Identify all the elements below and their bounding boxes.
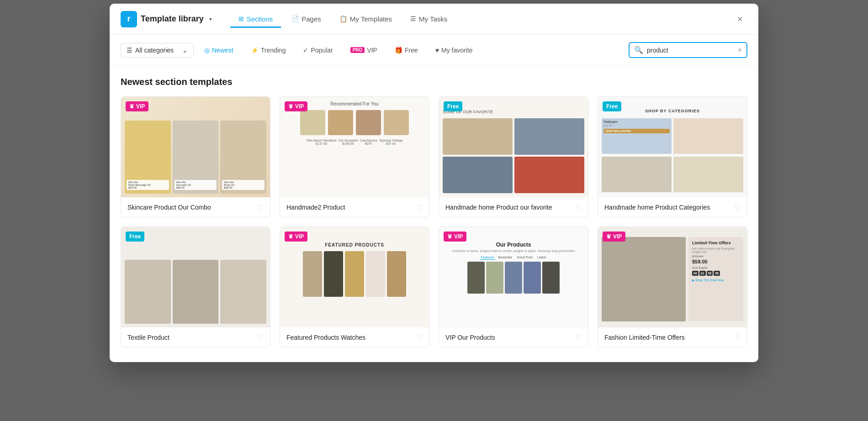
card-title: Textile Product (127, 334, 169, 341)
card-thumbnail: Free (121, 227, 270, 327)
free-badge: Free (444, 101, 462, 111)
template-library-modal: r Template library ▾ ⊞ Sections 📄 Pages … (110, 4, 758, 362)
jewelry-items (285, 110, 424, 135)
vip-badge: ♛ VIP (444, 232, 466, 242)
card-title: Handmade2 Product (286, 204, 345, 211)
card-info: Textile Product ♡ (121, 327, 270, 347)
template-card[interactable]: Free Textile Product ♡ (121, 226, 270, 347)
product-mini-2: Ella OlaAvocado Oil$69.00 (173, 121, 219, 194)
filter-bar: ☰ All categories ⌄ ◎ Newest ⚡ Trending ✓… (110, 35, 758, 66)
brand-dropdown-icon[interactable]: ▾ (209, 16, 212, 22)
modal-overlay: r Template library ▾ ⊞ Sections 📄 Pages … (0, 0, 868, 421)
close-button[interactable]: × (733, 12, 747, 26)
nav-tabs: ⊞ Sections 📄 Pages 📋 My Templates ☰ My T… (230, 11, 733, 27)
card-title: Featured Products Watches (286, 334, 365, 341)
vip-badge: PRO (350, 47, 365, 53)
free-badge: Free (126, 232, 144, 242)
template-card[interactable]: ♛ VIP Ella OlaBody Massage Oil$69.00 Ell… (121, 96, 270, 217)
brand-logo: r Template library ▾ (121, 11, 212, 27)
template-card[interactable]: ♛ VIP FEATURED PRODUCTS Fe (280, 226, 429, 347)
favorite-heart-icon[interactable]: ♡ (575, 333, 582, 342)
card-title: VIP Our Products (445, 334, 495, 341)
search-box: 🔍 × (629, 42, 747, 58)
brand-title: Template library (141, 14, 204, 24)
sections-icon: ⊞ (238, 15, 244, 22)
filter-popular[interactable]: ✓ Popular (296, 43, 339, 58)
template-grid-row2: Free Textile Product ♡ ♛ (121, 226, 747, 347)
template-card[interactable]: ♛ VIP Limited-Time Offers Are sales enti… (598, 226, 747, 347)
card-thumbnail: ♛ VIP Limited-Time Offers Are sales enti… (598, 227, 747, 327)
card-title: Handmade home Product Categories (604, 204, 710, 211)
tab-sections[interactable]: ⊞ Sections (230, 11, 281, 28)
favorite-heart-icon[interactable]: ♡ (416, 333, 423, 342)
crown-icon: ♛ (447, 233, 452, 240)
crown-icon: ♛ (606, 233, 611, 240)
product-mini-1: Ella OlaBody Massage Oil$69.00 (125, 121, 171, 194)
card-thumbnail: ♛ VIP FEATURED PRODUCTS (280, 227, 429, 327)
favorite-heart-icon[interactable]: ♡ (734, 203, 741, 211)
favorite-heart-icon[interactable]: ♡ (257, 333, 264, 342)
template-grid-row1: ♛ VIP Ella OlaBody Massage Oil$69.00 Ell… (121, 96, 747, 217)
card-info: Handmade home Product our favorite ♡ (439, 197, 588, 217)
vip-badge: ♛ VIP (285, 101, 307, 111)
tab-my-tasks[interactable]: ☰ My Tasks (402, 11, 455, 28)
modal-content: Newest section templates ♛ VIP Ella OlaB… (110, 66, 758, 362)
vip-badge: ♛ VIP (126, 101, 148, 111)
filter-free[interactable]: 🎁 Free (388, 43, 425, 58)
modal-header: r Template library ▾ ⊞ Sections 📄 Pages … (110, 4, 758, 35)
template-card[interactable]: ♛ VIP Our Products Collection of items, … (439, 226, 588, 347)
card-info: Fashion Limited-Time Offers ♡ (598, 327, 747, 347)
vip-badge: ♛ VIP (285, 232, 307, 242)
product-mini-3: Ella OlaBody Oil$69.00 (220, 121, 266, 194)
free-icon: 🎁 (395, 47, 402, 54)
search-input[interactable] (647, 47, 734, 54)
newest-icon: ◎ (204, 47, 210, 54)
card-thumbnail: ♛ VIP Recommended For You Infra Beach Ne… (280, 97, 429, 197)
card-thumbnail: Free SHOP BY CATEGORIES Wallpaper $34.00… (598, 97, 747, 197)
template-card[interactable]: Free SHOP BY CATEGORIES Wallpaper $34.00… (598, 96, 747, 217)
popular-icon: ✓ (303, 47, 308, 54)
vip-badge: ♛ VIP (603, 232, 625, 242)
tab-my-templates[interactable]: 📋 My Templates (331, 11, 400, 28)
card-thumbnail: ♛ VIP Ella OlaBody Massage Oil$69.00 Ell… (121, 97, 270, 197)
free-badge: Free (603, 101, 621, 111)
trending-icon: ⚡ (251, 47, 259, 54)
filter-trending[interactable]: ⚡ Trending (244, 43, 293, 58)
favorite-heart-icon[interactable]: ♡ (575, 203, 582, 211)
my-tasks-icon: ☰ (410, 15, 416, 22)
search-icon: 🔍 (634, 46, 643, 54)
template-card[interactable]: ♛ VIP Recommended For You Infra Beach Ne… (280, 96, 429, 217)
crown-icon: ♛ (288, 103, 293, 110)
category-icon: ☰ (127, 47, 132, 54)
my-templates-icon: 📋 (339, 15, 347, 22)
favorite-heart-icon[interactable]: ♡ (734, 333, 741, 342)
favorite-heart-icon[interactable]: ♡ (416, 203, 423, 211)
card-thumbnail: ♛ VIP Our Products Collection of items, … (439, 227, 588, 327)
card-info: Handmade2 Product ♡ (280, 197, 429, 217)
category-arrow-icon: ⌄ (182, 47, 188, 54)
crown-icon: ♛ (129, 103, 134, 110)
tab-pages[interactable]: 📄 Pages (283, 11, 329, 28)
favorite-icon: ♥ (435, 47, 439, 54)
card-title: Fashion Limited-Time Offers (604, 334, 685, 341)
card-info: Featured Products Watches ♡ (280, 327, 429, 347)
filter-my-favorite[interactable]: ♥ My favorite (429, 43, 480, 58)
card-thumbnail: Free SOME OF OUR FAVORITE (439, 97, 588, 197)
section-heading: Newest section templates (121, 77, 747, 87)
filter-newest[interactable]: ◎ Newest (197, 43, 240, 58)
filter-vip[interactable]: PRO VIP (344, 43, 384, 58)
card-title: Handmade home Product our favorite (445, 204, 552, 211)
favorite-heart-icon[interactable]: ♡ (257, 203, 264, 211)
pages-icon: 📄 (291, 15, 299, 22)
card-info: Skincare Product Our Combo ♡ (121, 197, 270, 217)
category-dropdown[interactable]: ☰ All categories ⌄ (121, 43, 194, 58)
brand-icon: r (121, 11, 137, 27)
card-info: Handmade home Product Categories ♡ (598, 197, 747, 217)
card-title: Skincare Product Our Combo (127, 204, 211, 211)
search-clear-button[interactable]: × (738, 47, 742, 54)
crown-icon: ♛ (288, 233, 293, 240)
template-card[interactable]: Free SOME OF OUR FAVORITE Handmade home … (439, 96, 588, 217)
card-info: VIP Our Products ♡ (439, 327, 588, 347)
